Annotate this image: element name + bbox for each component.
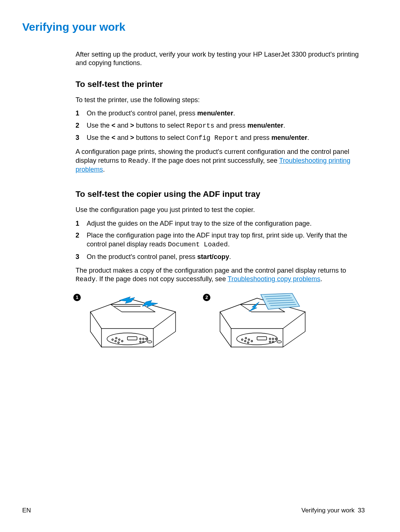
section1-steps: 1 On the product's control panel, press … [76,109,367,142]
section1-step-3: 3 Use the < and > buttons to select Conf… [76,133,367,142]
svg-point-5 [115,340,116,342]
svg-point-15 [245,337,247,339]
svg-point-13 [147,341,152,343]
section1-lead: To test the printer, use the following s… [76,96,367,104]
section1-step-2: 2 Use the < and > buttons to select Repo… [76,121,367,130]
section2-step-3: 3 On the product's control panel, press … [76,252,367,261]
section2-heading: To self-test the copier using the ADF in… [76,189,367,199]
svg-point-16 [248,339,250,340]
svg-point-17 [251,340,253,342]
svg-point-10 [146,338,147,340]
svg-point-19 [244,340,246,342]
section2-lead: Use the configuration page you just prin… [76,206,367,214]
document-page: Verifying your work After setting up the… [0,0,400,532]
svg-point-11 [140,341,141,343]
page-footer: EN Verifying your work 33 [22,507,365,514]
section2-result: The product makes a copy of the configur… [76,266,367,284]
svg-point-18 [241,339,243,340]
section2-steps: 1 Adjust the guides on the ADF input tra… [76,219,367,261]
figure-2: 2 [205,292,316,354]
section1-heading: To self-test the printer [76,80,367,89]
footer-left: EN [22,507,31,514]
section2-step-1: 1 Adjust the guides on the ADF input tra… [76,219,367,228]
figures-row: 1 [76,292,367,354]
page-title: Verifying your work [22,21,367,33]
figure-1: 1 [76,292,187,354]
svg-point-4 [112,339,113,340]
svg-rect-21 [257,337,267,340]
figure-2-badge: 2 [203,294,210,301]
svg-point-6 [118,342,119,343]
printer-load-page-icon [205,292,316,354]
svg-point-25 [269,341,271,343]
svg-point-22 [269,338,271,340]
section1-result: A configuration page prints, showing the… [76,148,367,174]
figure-1-badge: 1 [73,294,81,301]
section2-step-2: 2 Place the configuration page into the … [76,231,367,249]
svg-point-27 [277,341,281,343]
intro-paragraph: After setting up the product, verify you… [76,50,367,67]
svg-point-23 [272,338,274,340]
svg-point-26 [272,341,274,343]
content-area: After setting up the product, verify you… [76,50,367,354]
section1-step-1: 1 On the product's control panel, press … [76,109,367,118]
svg-point-2 [119,339,120,340]
svg-point-1 [116,337,117,339]
svg-point-20 [247,342,249,343]
troubleshoot-copy-link[interactable]: Troubleshooting copy problems [228,275,320,283]
svg-point-24 [275,338,277,340]
svg-point-9 [143,338,144,340]
footer-right: Verifying your work 33 [301,507,365,514]
printer-adjust-guides-icon [76,292,187,354]
svg-point-8 [140,338,141,340]
svg-point-12 [143,341,144,343]
svg-point-3 [121,340,123,342]
svg-rect-7 [127,337,137,340]
